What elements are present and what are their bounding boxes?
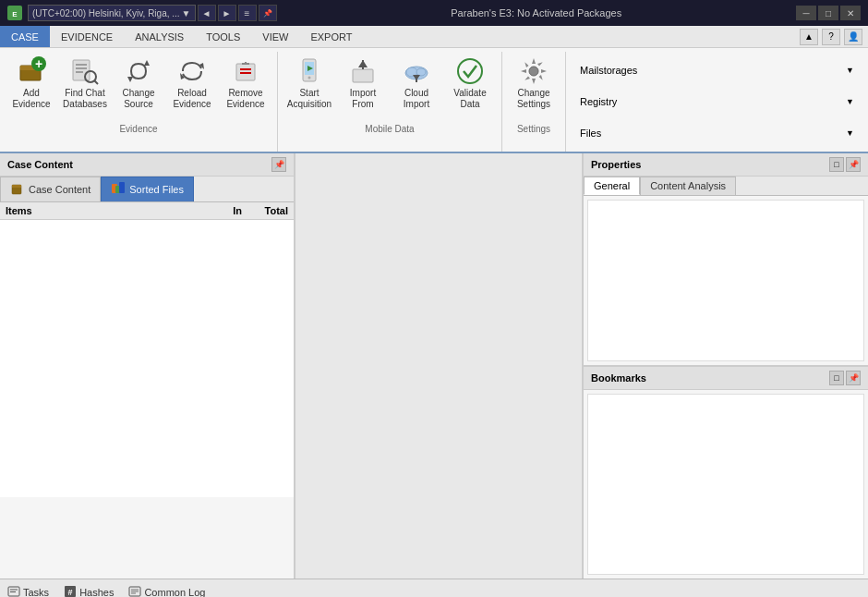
properties-restore-button[interactable]: □: [829, 157, 844, 172]
menu-item-evidence[interactable]: EVIDENCE: [50, 26, 124, 47]
import-from-label: Import From: [340, 88, 386, 110]
properties-pin-button[interactable]: 📌: [846, 157, 861, 172]
general-tab[interactable]: General: [584, 177, 640, 195]
case-content-title: Case Content: [7, 159, 73, 170]
collapse-ribbon-button[interactable]: ▲: [800, 29, 818, 45]
import-from-icon: [348, 56, 378, 86]
minimize-button[interactable]: ─: [796, 6, 816, 20]
hashes-label: Hashes: [79, 587, 114, 598]
menu-bar-right: ▲ ? 👤: [800, 29, 868, 45]
properties-title: Properties: [591, 159, 641, 170]
cloud-import-label: Cloud Import: [393, 88, 440, 110]
bookmarks-header: Bookmarks □ 📌: [584, 367, 868, 390]
remove-evidence-icon: [231, 56, 260, 86]
col-total: Total: [242, 205, 288, 216]
svg-marker-12: [144, 60, 150, 66]
svg-text:E: E: [12, 10, 18, 18]
bookmarks-title: Bookmarks: [591, 372, 646, 384]
svg-point-34: [529, 67, 538, 76]
center-panel: [295, 153, 582, 579]
add-evidence-button[interactable]: + Add Evidence: [6, 52, 57, 118]
menu-item-export[interactable]: EXPORT: [299, 26, 363, 47]
menu-item-analysis[interactable]: ANALYSIS: [124, 26, 195, 47]
validate-data-button[interactable]: Validate Data: [444, 52, 496, 118]
menu-item-case[interactable]: CASE: [0, 26, 50, 47]
start-acquisition-label: Start Acquisition: [286, 88, 332, 110]
settings-ribbon-group: Change Settings Settings: [502, 52, 566, 152]
registry-dropdown-icon: ▼: [846, 97, 854, 106]
change-source-button[interactable]: Change Source: [113, 52, 164, 118]
remove-evidence-button[interactable]: Remove Evidence: [220, 52, 271, 118]
mobile-data-ribbon-group: Start Acquisition Import From: [278, 52, 502, 152]
import-from-button[interactable]: Import From: [337, 52, 389, 118]
right-panel: Properties □ 📌 General Content Analysis …: [582, 153, 868, 579]
evidence-ribbon-group: + Add Evidence: [0, 52, 278, 152]
bookmarks-pin-button[interactable]: 📌: [846, 371, 861, 385]
window-controls: ─ □ ✕: [796, 6, 861, 20]
menu-bar: CASE EVIDENCE ANALYSIS TOOLS VIEW EXPORT…: [0, 26, 868, 48]
registry-button[interactable]: Registry ▼: [573, 87, 861, 116]
properties-body: [587, 200, 864, 361]
app-title: Paraben's E3: No Activated Packages: [277, 7, 797, 18]
nav-pin-button[interactable]: 📌: [259, 5, 277, 21]
nav-icons: (UTC+02:00) Helsinki, Kyiv, Riga, ... ▼ …: [28, 5, 277, 21]
case-content-tab[interactable]: Case Content: [0, 177, 101, 201]
ribbon-right-section: Mailstorages ▼ Registry ▼ Files ▼: [566, 52, 868, 152]
nav-back-button[interactable]: ◄: [198, 5, 216, 21]
start-acquisition-button[interactable]: Start Acquisition: [283, 52, 335, 118]
menu-item-tools[interactable]: TOOLS: [195, 26, 251, 47]
ribbon: + Add Evidence: [0, 48, 868, 153]
mailstorages-dropdown-icon: ▼: [846, 66, 854, 75]
find-chat-icon: [70, 56, 100, 86]
files-button[interactable]: Files ▼: [573, 118, 861, 148]
mailstorages-button[interactable]: Mailstorages ▼: [573, 55, 861, 85]
change-source-label: Change Source: [115, 88, 162, 110]
find-chat-databases-button[interactable]: Find Chat Databases: [59, 52, 111, 118]
change-settings-label: Change Settings: [511, 88, 557, 110]
help-button[interactable]: ?: [822, 29, 840, 45]
case-content-tab-icon: [10, 181, 25, 198]
svg-rect-25: [353, 69, 373, 82]
svg-marker-13: [127, 77, 133, 82]
common-log-label: Common Log: [144, 587, 205, 598]
nav-menu-button[interactable]: ≡: [238, 5, 257, 21]
maximize-button[interactable]: □: [818, 6, 838, 20]
common-log-icon: [128, 585, 141, 598]
svg-rect-6: [73, 60, 90, 80]
user-button[interactable]: 👤: [844, 29, 862, 45]
content-analysis-tab[interactable]: Content Analysis: [640, 177, 736, 195]
col-in: In: [205, 205, 242, 216]
svg-rect-36: [12, 185, 21, 188]
reload-evidence-button[interactable]: Reload Evidence: [166, 52, 218, 118]
menu-item-view[interactable]: VIEW: [251, 26, 299, 47]
bookmarks-header-actions: □ 📌: [829, 371, 861, 385]
properties-header-actions: □ 📌: [829, 157, 861, 172]
title-bar: E (UTC+02:00) Helsinki, Kyiv, Riga, ... …: [0, 0, 868, 26]
nav-forward-button[interactable]: ►: [218, 5, 236, 21]
timezone-dropdown[interactable]: (UTC+02:00) Helsinki, Kyiv, Riga, ... ▼: [28, 5, 196, 21]
validate-data-icon: [455, 56, 485, 86]
svg-rect-39: [119, 182, 125, 193]
pin-panel-button[interactable]: 📌: [271, 157, 286, 172]
svg-point-23: [308, 77, 311, 79]
add-evidence-label: Add Evidence: [8, 88, 54, 110]
bookmarks-body: [587, 394, 864, 575]
close-button[interactable]: ✕: [840, 6, 861, 20]
common-log-status-item[interactable]: Common Log: [128, 585, 205, 598]
change-settings-button[interactable]: Change Settings: [508, 52, 560, 118]
mobile-data-group-items: Start Acquisition Import From: [283, 52, 496, 122]
ribbon-content: + Add Evidence: [0, 48, 868, 152]
files-dropdown-icon: ▼: [846, 128, 854, 138]
bookmarks-panel: Bookmarks □ 📌: [584, 367, 868, 579]
left-panel: Case Content 📌 Case Content Sorted Files: [0, 153, 295, 579]
cloud-import-button[interactable]: Cloud Import: [391, 52, 442, 118]
hashes-status-item[interactable]: # Hashes: [64, 585, 114, 598]
tasks-icon: [7, 585, 20, 598]
tasks-status-item[interactable]: Tasks: [7, 585, 49, 598]
properties-panel: Properties □ 📌 General Content Analysis: [584, 153, 868, 367]
bookmarks-restore-button[interactable]: □: [829, 371, 844, 385]
svg-point-30: [416, 68, 426, 76]
sorted-files-tab[interactable]: Sorted Files: [101, 177, 194, 201]
properties-header: Properties □ 📌: [584, 153, 868, 177]
sorted-files-tab-icon: [111, 181, 126, 198]
